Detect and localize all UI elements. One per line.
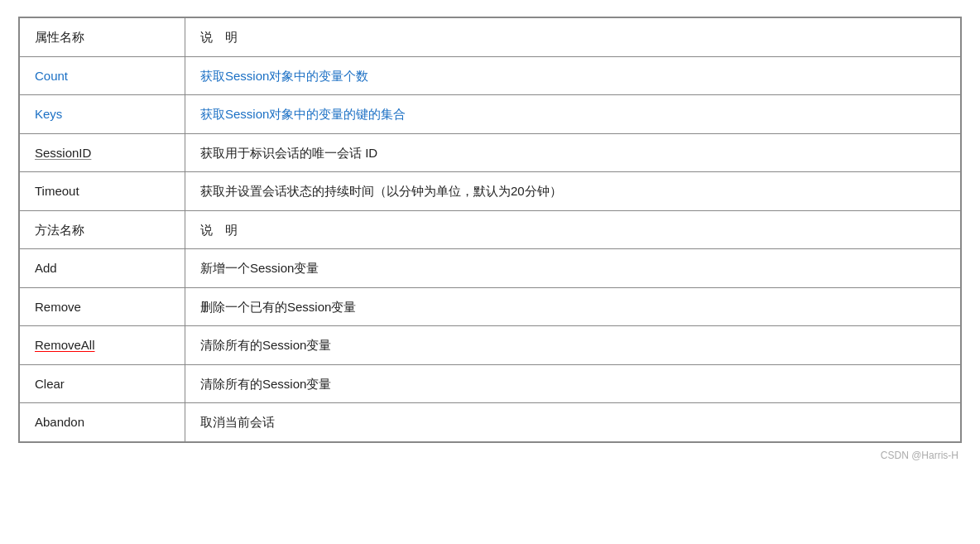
- table-row: RemoveAll 清除所有的Session变量: [20, 326, 961, 365]
- method-name-add: Add: [20, 249, 185, 288]
- keys-label: Keys: [35, 107, 62, 121]
- property-name-count: Count: [20, 56, 185, 95]
- sessionid-label: SessionID: [35, 146, 91, 160]
- method-header-desc: 说 明: [185, 210, 961, 249]
- property-header-desc: 说 明: [185, 18, 961, 57]
- method-desc-abandon: 取消当前会话: [185, 403, 961, 442]
- main-table-wrapper: 属性名称 说 明 Count 获取Session对象中的变量个数 Keys 获取…: [18, 17, 962, 443]
- keys-desc: 获取Session对象中的变量的键的集合: [200, 107, 406, 121]
- table-row: Timeout 获取并设置会话状态的持续时间（以分钟为单位，默认为20分钟）: [20, 172, 961, 211]
- table-row: Add 新增一个Session变量: [20, 249, 961, 288]
- method-desc-add: 新增一个Session变量: [185, 249, 961, 288]
- table-row: Remove 删除一个已有的Session变量: [20, 287, 961, 326]
- method-name-removeall: RemoveAll: [20, 326, 185, 365]
- method-desc-removeall: 清除所有的Session变量: [185, 326, 961, 365]
- property-name-timeout: Timeout: [20, 172, 185, 211]
- property-name-sessionid: SessionID: [20, 133, 185, 172]
- count-desc: 获取Session对象中的变量个数: [200, 69, 368, 83]
- session-table: 属性名称 说 明 Count 获取Session对象中的变量个数 Keys 获取…: [19, 17, 961, 442]
- property-desc-timeout: 获取并设置会话状态的持续时间（以分钟为单位，默认为20分钟）: [185, 172, 961, 211]
- method-desc-clear: 清除所有的Session变量: [185, 364, 961, 403]
- page-footer: CSDN @Harris-H: [18, 450, 962, 461]
- table-row: Clear 清除所有的Session变量: [20, 364, 961, 403]
- table-row: Count 获取Session对象中的变量个数: [20, 56, 961, 95]
- property-name-keys: Keys: [20, 95, 185, 134]
- removeall-label: RemoveAll: [35, 338, 95, 352]
- method-name-clear: Clear: [20, 364, 185, 403]
- method-header-name: 方法名称: [20, 210, 185, 249]
- method-desc-remove: 删除一个已有的Session变量: [185, 287, 961, 326]
- property-header-row: 属性名称 说 明: [20, 18, 961, 57]
- table-row: Keys 获取Session对象中的变量的键的集合: [20, 95, 961, 134]
- property-desc-keys: 获取Session对象中的变量的键的集合: [185, 95, 961, 134]
- footer-text: CSDN @Harris-H: [881, 450, 958, 461]
- table-row: SessionID 获取用于标识会话的唯一会话 ID: [20, 133, 961, 172]
- property-desc-sessionid: 获取用于标识会话的唯一会话 ID: [185, 133, 961, 172]
- method-name-remove: Remove: [20, 287, 185, 326]
- table-row: Abandon 取消当前会话: [20, 403, 961, 442]
- count-label: Count: [35, 69, 68, 83]
- property-desc-count: 获取Session对象中的变量个数: [185, 56, 961, 95]
- property-header-name: 属性名称: [20, 18, 185, 57]
- method-header-row: 方法名称 说 明: [20, 210, 961, 249]
- method-name-abandon: Abandon: [20, 403, 185, 442]
